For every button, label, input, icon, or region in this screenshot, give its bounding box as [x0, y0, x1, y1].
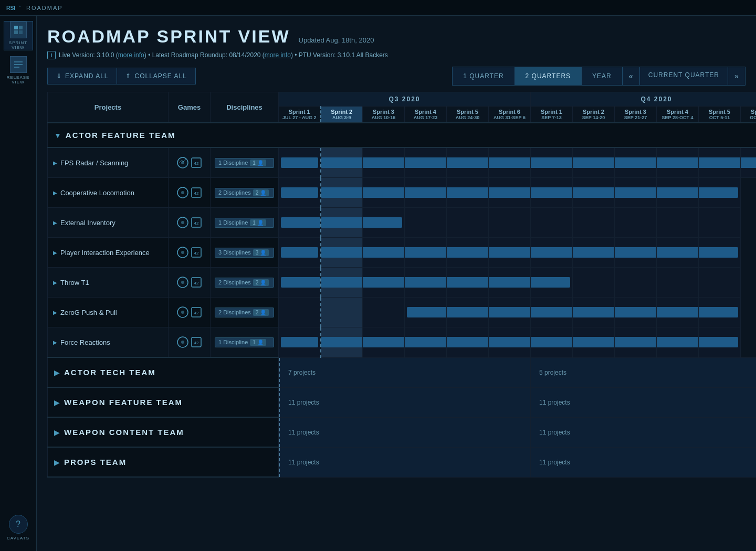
- project-row-throw-t1: ▶ Throw T1 42 2 Disciplines 2 👤: [48, 268, 757, 298]
- sidebar-bottom: ? CAVEATS: [7, 515, 29, 541]
- svg-point-14: [181, 191, 184, 194]
- svg-point-10: [181, 161, 184, 164]
- svg-text:42: 42: [194, 341, 198, 345]
- sidebar-item-release-view[interactable]: RELEASE VIEW: [4, 56, 33, 85]
- weapon-feature-q3-count: 11 projects: [279, 388, 530, 417]
- project-row-external-inventory: ▶ External Inventory 42 1 Discipline 1 👤: [48, 208, 757, 238]
- actor-tech-q3-count: 7 projects: [279, 358, 530, 387]
- q4-sprint-5: Sprint 5 OCT 5-11: [699, 107, 741, 123]
- zerog-game-icons: 42: [173, 306, 206, 319]
- actor-tech-team-header[interactable]: ▶ ACTOR TECH TEAM 7 projects 5 projects: [48, 357, 757, 387]
- quarter-header-row: Projects Games Disciplines Q3 2020 Q4 20…: [48, 92, 757, 107]
- pie-discipline: 3 Disciplines 3 👤: [215, 248, 274, 258]
- disciplines-col-header: Disciplines: [211, 92, 279, 123]
- sc-icon: [176, 156, 189, 169]
- actor-tech-chevron: ▶: [54, 368, 60, 377]
- weapon-content-title: WEAPON CONTENT TEAM: [64, 428, 184, 437]
- roadmap-table: Projects Games Disciplines Q3 2020 Q4 20…: [47, 92, 756, 478]
- force-react-chevron[interactable]: ▶: [53, 340, 57, 345]
- expand-icon: ⇓: [56, 72, 62, 80]
- current-quarter-button[interactable]: CURRENT QUARTER: [640, 67, 728, 86]
- weapon-feature-title: WEAPON FEATURE TEAM: [64, 398, 183, 407]
- one-quarter-button[interactable]: 1 QUARTER: [452, 67, 514, 86]
- svg-point-26: [181, 281, 184, 284]
- year-button[interactable]: YEAR: [581, 67, 622, 86]
- q3-sprint-1: Sprint 1 JUL 27 - AUG 2: [279, 107, 321, 123]
- weapon-feature-chevron: ▶: [54, 398, 60, 407]
- ext-inv-discipline: 1 Discipline 1 👤: [215, 218, 274, 228]
- expand-all-button[interactable]: ⇓ EXPAND ALL: [47, 68, 117, 84]
- sq42-icon: 42: [190, 156, 203, 169]
- coop-loco-name: Cooperative Locomotion: [60, 189, 134, 197]
- svg-rect-4: [14, 30, 18, 34]
- svg-text:™: ™: [18, 5, 20, 7]
- fps-bar-s5: [447, 157, 488, 168]
- caveats-button[interactable]: ?: [9, 515, 28, 534]
- svg-text:RSI: RSI: [6, 5, 15, 10]
- two-quarters-button[interactable]: 2 QUARTERS: [514, 67, 581, 86]
- prev-quarter-button[interactable]: «: [622, 67, 640, 86]
- quarter-controls: 1 QUARTER 2 QUARTERS YEAR « CURRENT QUAR…: [452, 67, 746, 86]
- svg-rect-6: [14, 61, 23, 62]
- svg-rect-2: [14, 26, 18, 29]
- games-col-header: Games: [169, 92, 211, 123]
- next-quarter-button[interactable]: »: [728, 67, 746, 86]
- svg-text:42: 42: [194, 281, 198, 285]
- weapon-feature-team-header[interactable]: ▶ WEAPON FEATURE TEAM 11 projects 11 pro…: [48, 387, 757, 417]
- external-inventory-name: External Inventory: [60, 219, 116, 227]
- svg-text:42: 42: [194, 191, 198, 196]
- page-title-row: ROADMAP SPRINT VIEW Updated Aug. 18th, 2…: [47, 26, 746, 47]
- player-interaction-name: Player Interaction Experience: [60, 249, 150, 257]
- collapse-all-label: COLLAPSE ALL: [134, 72, 186, 80]
- svg-point-34: [181, 341, 184, 344]
- svg-rect-7: [14, 64, 23, 65]
- release-view-icon: [10, 56, 27, 73]
- svg-text:42: 42: [194, 251, 198, 256]
- logo: RSI ™ ROADMAP: [6, 3, 63, 13]
- force-react-discipline: 1 Discipline 1 👤: [215, 337, 274, 347]
- collapse-all-button[interactable]: ⇑ COLLAPSE ALL: [117, 68, 195, 84]
- pie-game-icons: 42: [173, 246, 206, 259]
- collapse-icon: ⇑: [125, 72, 131, 80]
- throw-t1-name: Throw T1: [60, 279, 89, 287]
- sprint-view-icon: [10, 22, 27, 38]
- q4-sprint-1: Sprint 1 SEP 7-13: [531, 107, 573, 123]
- weapon-content-team-header[interactable]: ▶ WEAPON CONTENT TEAM 11 projects 11 pro…: [48, 417, 757, 447]
- throw-t1-chevron[interactable]: ▶: [53, 280, 57, 285]
- actor-feature-title: ACTOR FEATURE TEAM: [66, 131, 176, 140]
- svg-point-22: [181, 251, 184, 254]
- fps-bar-s6: [489, 157, 530, 168]
- svg-point-18: [181, 221, 184, 224]
- live-version-link[interactable]: more info: [118, 51, 144, 59]
- fps-bar-s4: [405, 157, 446, 168]
- fps-radar-chevron[interactable]: ▶: [53, 160, 57, 166]
- zerog-chevron[interactable]: ▶: [53, 310, 57, 315]
- q3-header: Q3 2020: [279, 92, 531, 107]
- coop-loco-chevron[interactable]: ▶: [53, 190, 57, 196]
- pie-chevron[interactable]: ▶: [53, 250, 57, 256]
- actor-feature-chevron: ▼: [54, 131, 61, 140]
- props-team-header[interactable]: ▶ PROPS TEAM 11 projects 11 projects: [48, 447, 757, 477]
- caveats-label: CAVEATS: [7, 536, 29, 541]
- svg-rect-5: [19, 30, 23, 34]
- roadmap-roundup-link[interactable]: more info: [265, 51, 291, 59]
- props-q4-count: 11 projects: [531, 448, 756, 477]
- actor-feature-team-header[interactable]: ▼ ACTOR FEATURE TEAM: [48, 123, 757, 147]
- fps-bar-s3: [363, 157, 404, 168]
- fps-bar-q4s6: [741, 157, 756, 168]
- page-title: ROADMAP SPRINT VIEW: [47, 26, 290, 47]
- zerog-discipline: 2 Disciplines 2 👤: [215, 308, 274, 317]
- fps-bar-q4s5: [699, 157, 740, 168]
- coop-loco-discipline: 2 Disciplines 2 👤: [215, 188, 274, 198]
- force-game-icons: 42: [173, 336, 206, 348]
- weapon-content-chevron: ▶: [54, 428, 60, 437]
- project-row-player-interaction: ▶ Player Interaction Experience 42 3 Dis…: [48, 238, 757, 268]
- props-q3-count: 11 projects: [279, 448, 530, 477]
- fps-bar-q4s3: [615, 157, 656, 168]
- sidebar-item-sprint-view[interactable]: SPRINT VIEW: [4, 21, 33, 50]
- props-chevron: ▶: [54, 458, 60, 467]
- props-title: PROPS TEAM: [64, 458, 127, 467]
- ext-inv-chevron[interactable]: ▶: [53, 220, 57, 226]
- section-label: ROADMAP: [26, 5, 63, 11]
- project-row-force-reactions: ▶ Force Reactions 42 1 Discipline 1 👤: [48, 327, 757, 358]
